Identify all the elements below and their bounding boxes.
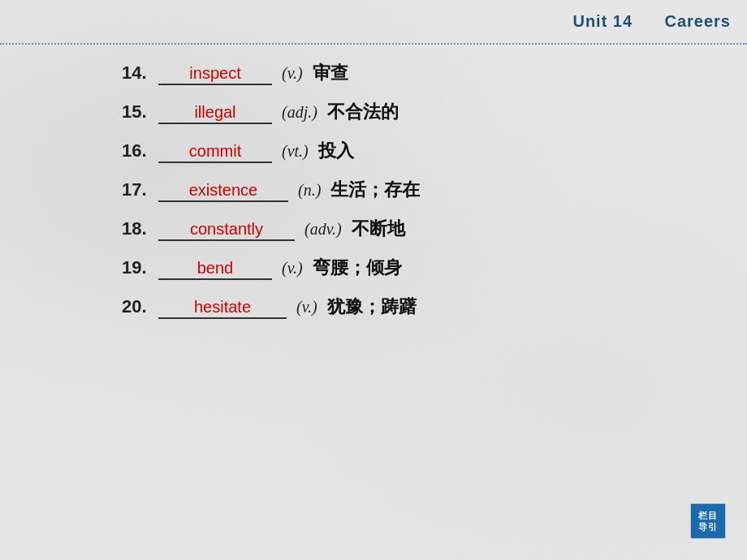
vocab-item-20: 20. hesitate (v.) 犹豫；踌躇 [122,295,715,319]
vocab-list: 14. inspect (v.) 审查 15. illegal (adj.) 不… [122,61,715,334]
meaning-19: 弯腰；倾身 [313,256,402,280]
pos-15: (adj.) [282,103,317,122]
vocab-item-14: 14. inspect (v.) 审查 [122,61,715,85]
unit-label: Unit 14 [572,12,633,30]
meaning-18: 不断地 [352,217,405,241]
nav-line1: 栏目 [698,510,718,521]
meaning-16: 投入 [318,139,354,163]
vocab-item-15: 15. illegal (adj.) 不合法的 [122,100,715,124]
item-number-15: 15. [122,101,158,123]
topic-label: Careers [664,12,731,30]
vocab-item-16: 16. commit (vt.) 投入 [122,139,715,163]
pos-14: (v.) [282,64,303,83]
item-number-18: 18. [122,218,158,239]
header-title: Unit 14 Careers [572,12,731,31]
pos-19: (v.) [282,259,303,278]
blank-18: constantly [158,218,295,241]
blank-19: bend [158,257,272,280]
item-number-20: 20. [122,296,158,317]
pos-17: (n.) [298,181,321,200]
blank-15: illegal [158,101,272,124]
blank-17: existence [158,179,288,202]
fill-word-20: hesitate [194,298,251,316]
fill-word-19: bend [197,259,234,277]
blank-20: hesitate [158,296,287,319]
header: Unit 14 Careers [0,0,747,45]
meaning-20: 犹豫；踌躇 [327,295,417,319]
item-number-14: 14. [122,62,158,84]
vocab-item-19: 19. bend (v.) 弯腰；倾身 [122,256,715,280]
item-number-19: 19. [122,257,158,278]
nav-line2: 导引 [698,521,718,532]
nav-button-label: 栏目 导引 [698,510,718,533]
fill-word-16: commit [189,142,241,160]
blank-14: inspect [158,62,272,85]
pos-16: (vt.) [282,142,309,161]
meaning-14: 审查 [313,61,348,85]
fill-word-17: existence [189,181,258,199]
pos-20: (v.) [296,298,317,317]
vocab-item-18: 18. constantly (adv.) 不断地 [122,217,715,241]
blank-16: commit [158,140,272,163]
meaning-15: 不合法的 [327,100,399,124]
item-number-16: 16. [122,140,158,162]
nav-button[interactable]: 栏目 导引 [674,487,743,556]
fill-word-18: constantly [190,220,263,238]
item-number-17: 17. [122,179,158,200]
fill-word-14: inspect [189,64,240,82]
fill-word-15: illegal [194,103,235,121]
vocab-item-17: 17. existence (n.) 生活；存在 [122,178,715,202]
pos-18: (adv.) [304,220,342,239]
meaning-17: 生活；存在 [330,178,420,202]
